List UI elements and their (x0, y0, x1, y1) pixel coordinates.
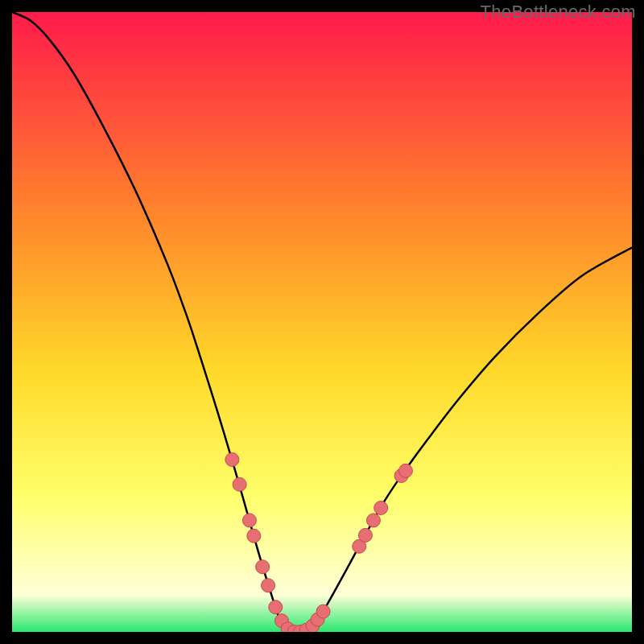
data-marker (256, 560, 270, 574)
bottleneck-chart (12, 12, 632, 632)
data-marker (269, 601, 283, 614)
data-marker (242, 514, 256, 527)
data-marker (398, 464, 412, 477)
data-marker (374, 502, 388, 515)
chart-frame (12, 12, 632, 632)
data-marker (225, 452, 239, 466)
data-marker (358, 528, 372, 542)
data-marker (366, 514, 380, 527)
data-marker (247, 529, 261, 543)
data-marker (233, 477, 246, 491)
gradient-background (12, 12, 632, 632)
watermark-label: TheBottleneck.com (481, 2, 636, 23)
data-marker (262, 579, 275, 592)
data-marker (316, 605, 330, 618)
